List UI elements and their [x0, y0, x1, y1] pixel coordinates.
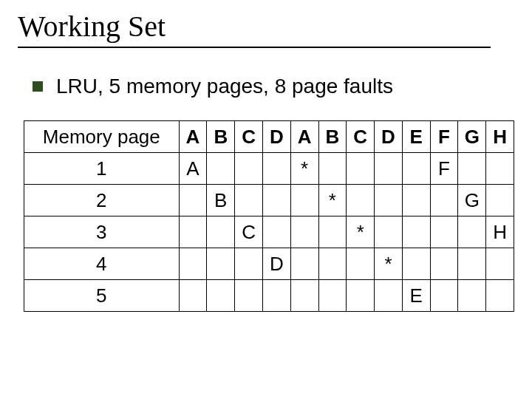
- col-header: A: [290, 121, 318, 153]
- table-cell: [458, 216, 486, 248]
- table-cell: [430, 216, 458, 248]
- row-label: 4: [24, 248, 180, 280]
- col-header: C: [235, 121, 263, 153]
- table-cell: [375, 153, 403, 185]
- table-cell: F: [430, 153, 458, 185]
- table-cell: [402, 248, 430, 280]
- table-cell: *: [347, 216, 375, 248]
- table-cell: A: [179, 153, 207, 185]
- table-cell: E: [402, 280, 430, 312]
- table-cell: [179, 216, 207, 248]
- table-cell: G: [458, 185, 486, 216]
- table-cell: D: [262, 248, 290, 280]
- row-label: 2: [24, 185, 180, 216]
- table-header-label: Memory page: [24, 121, 180, 153]
- table-row: 5 E: [24, 280, 514, 312]
- table-row: 3 C * H: [24, 216, 514, 248]
- table-cell: [458, 280, 486, 312]
- table-cell: [207, 153, 235, 185]
- table-cell: [290, 185, 318, 216]
- table-cell: [207, 216, 235, 248]
- col-header: A: [179, 121, 207, 153]
- table-cell: [375, 280, 403, 312]
- col-header: E: [402, 121, 430, 153]
- col-header: B: [207, 121, 235, 153]
- table-cell: [430, 280, 458, 312]
- table-header-row: Memory page A B C D A B C D E F G H: [24, 121, 514, 153]
- col-header: D: [262, 121, 290, 153]
- title-underline: [18, 47, 491, 48]
- table-cell: H: [486, 216, 514, 248]
- table-cell: [235, 248, 263, 280]
- table-cell: [318, 248, 347, 280]
- table-cell: [262, 280, 290, 312]
- col-header: C: [347, 121, 375, 153]
- row-label: 1: [24, 153, 180, 185]
- table-cell: [290, 216, 318, 248]
- table-cell: [179, 280, 207, 312]
- col-header: F: [430, 121, 458, 153]
- bullet-text: LRU, 5 memory pages, 8 page faults: [56, 75, 393, 98]
- table-row: 2 B * G: [24, 185, 514, 216]
- table-cell: [179, 248, 207, 280]
- table-cell: [347, 153, 375, 185]
- table-cell: [207, 280, 235, 312]
- table-cell: [235, 280, 263, 312]
- table-cell: *: [290, 153, 318, 185]
- bullet-square-icon: [33, 81, 43, 92]
- slide-title: Working Set: [18, 9, 514, 44]
- table-cell: [458, 153, 486, 185]
- table-cell: [347, 280, 375, 312]
- table-cell: [318, 216, 347, 248]
- table-cell: B: [207, 185, 235, 216]
- table-cell: [179, 185, 207, 216]
- table-cell: *: [318, 185, 347, 216]
- table-cell: [318, 153, 347, 185]
- table-cell: [347, 248, 375, 280]
- table-cell: [347, 185, 375, 216]
- table-cell: [262, 153, 290, 185]
- table-cell: [430, 185, 458, 216]
- table-cell: *: [375, 248, 403, 280]
- table-cell: [458, 248, 486, 280]
- table-cell: C: [235, 216, 263, 248]
- table-cell: [375, 216, 403, 248]
- table-cell: [235, 185, 263, 216]
- table-cell: [375, 185, 403, 216]
- col-header: D: [375, 121, 403, 153]
- table-cell: [486, 185, 514, 216]
- table-cell: [262, 185, 290, 216]
- table-cell: [290, 280, 318, 312]
- row-label: 5: [24, 280, 180, 312]
- table-cell: [486, 153, 514, 185]
- memory-table: Memory page A B C D A B C D E F G H 1 A …: [24, 120, 514, 312]
- table-cell: [402, 153, 430, 185]
- table-cell: [290, 248, 318, 280]
- table-cell: [430, 248, 458, 280]
- table-row: 4 D *: [24, 248, 514, 280]
- table-cell: [486, 248, 514, 280]
- col-header: H: [486, 121, 514, 153]
- col-header: B: [318, 121, 347, 153]
- row-label: 3: [24, 216, 180, 248]
- table-cell: [207, 248, 235, 280]
- table-row: 1 A * F: [24, 153, 514, 185]
- table-cell: [486, 280, 514, 312]
- table-cell: [235, 153, 263, 185]
- bullet-item: LRU, 5 memory pages, 8 page faults: [33, 75, 514, 98]
- table-cell: [402, 216, 430, 248]
- table-cell: [318, 280, 347, 312]
- col-header: G: [458, 121, 486, 153]
- table-cell: [402, 185, 430, 216]
- table-cell: [262, 216, 290, 248]
